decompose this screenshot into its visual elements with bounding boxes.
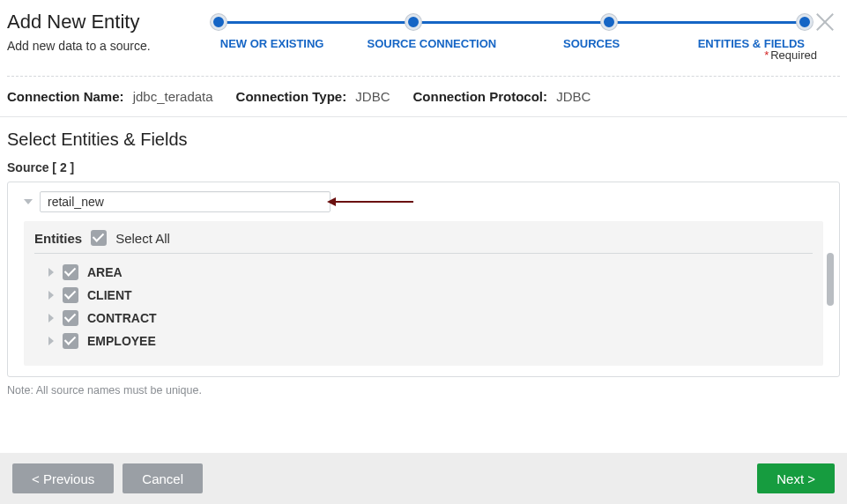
close-icon[interactable]: [814, 11, 836, 33]
entity-checkbox[interactable]: [63, 310, 78, 326]
entity-row[interactable]: CLIENT: [34, 284, 813, 307]
connection-name: Connection Name: jdbc_teradata: [7, 89, 213, 104]
stepper-track: [219, 21, 805, 24]
wizard-stepper: NEW OR EXISTING SOURCE CONNECTION SOURCE…: [183, 11, 840, 50]
cancel-button[interactable]: Cancel: [123, 463, 203, 493]
expand-icon[interactable]: [48, 314, 54, 322]
entity-row[interactable]: EMPLOYEE: [34, 330, 813, 352]
entity-name: EMPLOYEE: [87, 334, 156, 348]
entities-list-block: Entities Select All AREA CLIENT CONTRACT: [24, 221, 823, 366]
previous-button[interactable]: < Previous: [12, 463, 114, 493]
footnote: Note: All source names must be unique.: [0, 377, 847, 397]
step-node-3[interactable]: [601, 14, 617, 30]
step-label-new-existing[interactable]: NEW OR EXISTING: [192, 37, 352, 50]
entities-header: Entities Select All: [34, 230, 813, 254]
next-button[interactable]: Next >: [757, 463, 835, 493]
dialog-footer: < Previous Cancel Next >: [0, 453, 847, 504]
entity-name: AREA: [87, 265, 123, 279]
connection-protocol-label: Connection Protocol:: [413, 89, 548, 104]
connection-type-value: JDBC: [355, 89, 390, 104]
expand-icon[interactable]: [48, 268, 54, 277]
expand-icon[interactable]: [48, 337, 54, 345]
annotation-arrow-icon: [334, 201, 413, 203]
entities-panel: Entities Select All AREA CLIENT CONTRACT: [7, 182, 840, 377]
connection-protocol-value: JDBC: [556, 89, 591, 104]
source-count-label: Source [ 2 ]: [0, 155, 847, 178]
entities-header-label: Entities: [34, 231, 82, 246]
required-star-icon: *: [764, 48, 769, 62]
dialog-subtitle: Add new data to a source.: [7, 39, 183, 53]
connection-name-label: Connection Name:: [7, 89, 124, 104]
connection-info-row: Connection Name: jdbc_teradata Connectio…: [0, 77, 847, 117]
select-all-checkbox[interactable]: [91, 230, 107, 246]
step-node-2[interactable]: [405, 14, 421, 30]
source-name-input[interactable]: [40, 191, 331, 212]
required-label: Required: [770, 48, 817, 62]
step-label-sources[interactable]: SOURCES: [512, 37, 672, 50]
entity-checkbox[interactable]: [63, 333, 78, 349]
source-row: [24, 191, 823, 212]
title-block: Add New Entity Add new data to a source.: [7, 11, 183, 53]
step-node-1[interactable]: [211, 14, 227, 30]
entity-row[interactable]: AREA: [34, 261, 813, 284]
expand-icon[interactable]: [48, 291, 54, 300]
entity-checkbox[interactable]: [63, 287, 78, 303]
section-title: Select Entities & Fields: [0, 117, 847, 155]
step-node-4[interactable]: [797, 14, 813, 30]
entity-checkbox[interactable]: [63, 264, 78, 280]
connection-name-value: jdbc_teradata: [133, 89, 213, 104]
dialog-header: Add New Entity Add new data to a source.…: [0, 0, 847, 53]
connection-type-label: Connection Type:: [236, 89, 347, 104]
entity-name: CLIENT: [87, 288, 132, 302]
connection-type: Connection Type: JDBC: [236, 89, 390, 104]
connection-protocol: Connection Protocol: JDBC: [413, 89, 591, 104]
entity-row[interactable]: CONTRACT: [34, 307, 813, 330]
required-indicator: *Required: [764, 48, 817, 62]
dialog-title: Add New Entity: [7, 11, 183, 33]
source-dropdown-icon[interactable]: [24, 199, 33, 204]
scrollbar-thumb[interactable]: [827, 253, 834, 306]
step-label-source-connection[interactable]: SOURCE CONNECTION: [352, 37, 511, 50]
select-all-label: Select All: [115, 231, 170, 246]
entity-name: CONTRACT: [87, 311, 157, 325]
